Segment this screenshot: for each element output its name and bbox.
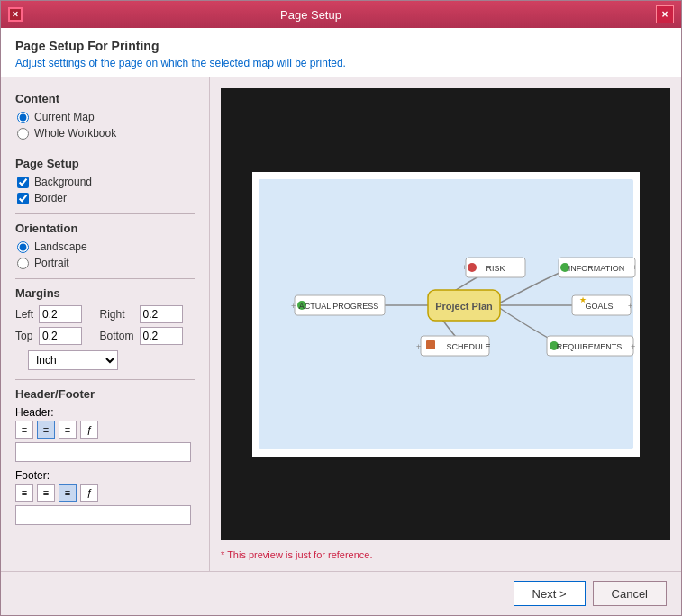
divider-2 — [15, 213, 195, 214]
current-map-radio[interactable] — [17, 112, 29, 123]
dialog-footer: Next > Cancel — [1, 571, 681, 615]
right-panel: Project Plan RISK INFORMATION ACTUAL PRO… — [210, 77, 681, 571]
bottom-margin-input[interactable] — [140, 327, 183, 345]
divider-4 — [15, 379, 195, 380]
right-margin-input[interactable] — [140, 305, 183, 323]
landscape-radio[interactable] — [17, 241, 29, 253]
dialog-description: Adjust settings of the page on which the… — [15, 57, 667, 69]
next-button[interactable]: Next > — [514, 581, 586, 606]
svg-text:+: + — [416, 342, 421, 351]
right-margin-label: Right — [100, 308, 134, 321]
preview-note: * This preview is just for reference. — [221, 549, 670, 560]
landscape-option[interactable]: Landscape — [17, 240, 195, 253]
preview-area: Project Plan RISK INFORMATION ACTUAL PRO… — [221, 88, 670, 540]
border-label: Border — [34, 192, 67, 204]
top-margin-input[interactable] — [39, 327, 82, 345]
header-input[interactable] — [15, 442, 191, 462]
background-checkbox[interactable] — [17, 177, 29, 188]
footer-align-left-btn[interactable]: ≡ — [15, 484, 33, 502]
svg-text:+: + — [631, 342, 635, 351]
current-map-label: Current Map — [34, 111, 95, 123]
dialog-heading: Page Setup For Printing — [15, 39, 667, 53]
svg-point-8 — [468, 263, 477, 272]
left-margin-label: Left — [15, 308, 33, 321]
hf-section-title: Header/Footer — [15, 387, 195, 401]
svg-text:GOALS: GOALS — [585, 302, 613, 311]
title-bar-left: ✕ Page Setup — [8, 7, 341, 22]
whole-workbook-radio[interactable] — [17, 128, 29, 140]
divider-1 — [15, 149, 195, 149]
content-radio-group: Current Map Whole Workbook — [15, 111, 195, 140]
content-section-title: Content — [15, 92, 195, 105]
border-option[interactable]: Border — [17, 192, 195, 204]
footer-italic-btn[interactable]: ƒ — [80, 484, 98, 502]
svg-text:✕: ✕ — [12, 9, 19, 19]
whole-workbook-option[interactable]: Whole Workbook — [17, 127, 195, 140]
svg-text:+: + — [632, 263, 637, 272]
svg-text:ACTUAL PROGRESS: ACTUAL PROGRESS — [298, 302, 378, 311]
content-section: Content Current Map Whole Workbook — [15, 92, 195, 140]
orientation-radio-group: Landscape Portrait — [15, 240, 195, 269]
background-label: Background — [34, 176, 92, 188]
svg-text:Project Plan: Project Plan — [435, 301, 493, 312]
footer-align-row: ≡ ≡ ≡ ƒ — [15, 484, 195, 502]
page-setup-section: Page Setup Background Border — [15, 157, 195, 204]
header-italic-btn[interactable]: ƒ — [80, 421, 98, 439]
footer-label: Footer: — [15, 469, 195, 482]
svg-rect-20 — [426, 340, 435, 349]
svg-text:INFORMATION: INFORMATION — [568, 264, 623, 273]
cancel-button[interactable]: Cancel — [593, 581, 667, 606]
background-option[interactable]: Background — [17, 176, 195, 188]
top-margin-label: Top — [15, 330, 33, 342]
footer-align-right-btn[interactable]: ≡ — [59, 484, 77, 502]
whole-workbook-label: Whole Workbook — [34, 127, 116, 140]
footer-input[interactable] — [15, 505, 191, 525]
dialog-header: Page Setup For Printing Adjust settings … — [1, 28, 681, 77]
header-align-left-btn[interactable]: ≡ — [15, 421, 33, 439]
header-align-right-btn[interactable]: ≡ — [59, 421, 77, 439]
svg-text:REQUIREMENTS: REQUIREMENTS — [556, 342, 622, 351]
divider-3 — [15, 278, 195, 279]
portrait-option[interactable]: Portrait — [17, 257, 195, 269]
title-bar: ✕ Page Setup × — [1, 1, 681, 28]
svg-text:+: + — [291, 302, 296, 311]
orientation-section-title: Orientation — [15, 222, 195, 235]
unit-select[interactable]: Inch Centimeter — [28, 350, 118, 370]
current-map-option[interactable]: Current Map — [17, 111, 195, 123]
left-margin-input[interactable] — [39, 305, 82, 323]
dialog-window: ✕ Page Setup × Page Setup For Printing A… — [0, 0, 682, 616]
margins-section-title: Margins — [15, 286, 195, 300]
mind-map-preview: Project Plan RISK INFORMATION ACTUAL PRO… — [239, 161, 653, 467]
orientation-section: Orientation Landscape Portrait — [15, 222, 195, 269]
page-setup-checkboxes: Background Border — [15, 176, 195, 204]
bottom-margin-label: Bottom — [100, 330, 134, 342]
svg-text:+: + — [462, 263, 467, 272]
header-align-row: ≡ ≡ ≡ ƒ — [15, 421, 195, 439]
dialog-body: Content Current Map Whole Workbook Page … — [1, 77, 681, 571]
close-button[interactable]: × — [656, 5, 674, 23]
border-checkbox[interactable] — [17, 193, 29, 204]
header-label: Header: — [15, 406, 195, 419]
svg-text:RISK: RISK — [486, 264, 505, 273]
app-icon: ✕ — [8, 7, 23, 22]
portrait-label: Portrait — [34, 257, 69, 269]
title-bar-title: Page Setup — [280, 8, 341, 22]
margins-grid: Left Right Top Bottom — [15, 305, 195, 345]
svg-text:+: + — [628, 302, 632, 311]
svg-text:SCHEDULE: SCHEDULE — [446, 342, 490, 351]
margins-section: Margins Left Right Top Bottom Inch Centi… — [15, 286, 195, 370]
footer-align-center-btn[interactable]: ≡ — [37, 484, 55, 502]
left-panel: Content Current Map Whole Workbook Page … — [1, 77, 210, 571]
page-setup-section-title: Page Setup — [15, 157, 195, 170]
header-footer-section: Header/Footer Header: ≡ ≡ ≡ ƒ Footer: ≡ … — [15, 387, 195, 525]
landscape-label: Landscape — [34, 240, 87, 253]
header-align-center-btn[interactable]: ≡ — [37, 421, 55, 439]
portrait-radio[interactable] — [17, 258, 29, 269]
